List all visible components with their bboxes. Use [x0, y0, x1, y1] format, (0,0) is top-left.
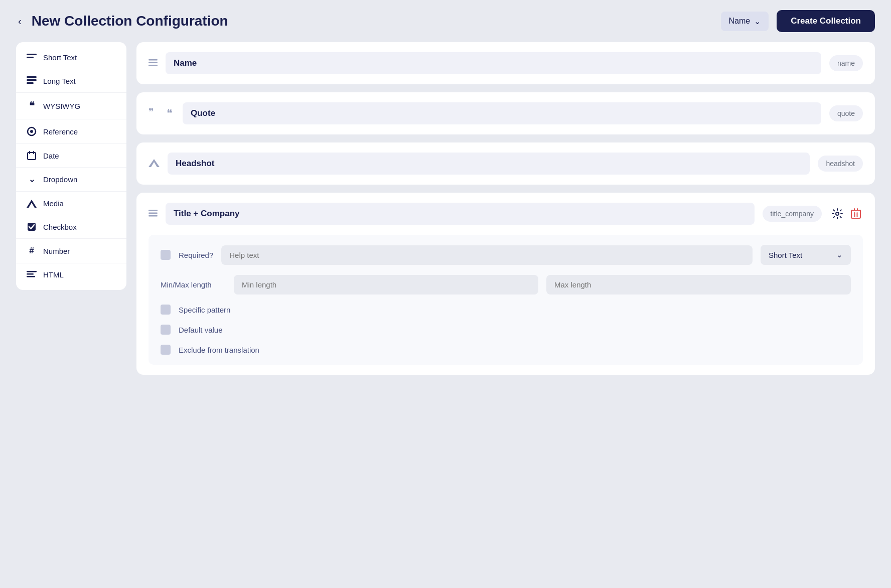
page-title: New Collection Configuration [32, 13, 713, 29]
svg-rect-4 [27, 82, 34, 84]
name-dropdown[interactable]: Name ⌄ [721, 12, 769, 31]
svg-rect-17 [148, 59, 158, 61]
header: ‹ New Collection Configuration Name ⌄ Cr… [0, 0, 891, 42]
type-chevron-icon: ⌄ [836, 250, 843, 259]
svg-rect-1 [27, 57, 34, 58]
quote-field-card: ❞ ❝ quote [136, 92, 875, 134]
svg-text:❞: ❞ [148, 108, 154, 116]
sidebar-item-reference[interactable]: Reference [16, 119, 126, 144]
sidebar-label-media: Media [43, 199, 64, 208]
sidebar-item-html[interactable]: HTML [16, 263, 126, 286]
headshot-field-key: headshot [818, 156, 863, 172]
exclude-translation-checkbox[interactable] [161, 345, 171, 355]
exclude-translation-row: Exclude from translation [161, 345, 851, 355]
name-dropdown-label: Name [729, 17, 751, 26]
main-layout: Short Text Long Text ❝ WYSIWYG [0, 42, 891, 391]
drag-handle-quote[interactable]: ❞ [148, 108, 159, 119]
name-field-input[interactable] [166, 52, 821, 74]
sidebar-item-short-text[interactable]: Short Text [16, 46, 126, 69]
sidebar: Short Text Long Text ❝ WYSIWYG [16, 42, 126, 290]
sidebar-label-long-text: Long Text [43, 77, 76, 85]
sidebar-label-short-text: Short Text [43, 53, 77, 62]
name-field-card: name [136, 42, 875, 84]
min-max-label: Min/Max length [161, 280, 226, 289]
title-company-actions [830, 206, 863, 221]
wysiwyg-icon: ❝ [26, 100, 37, 112]
delete-button[interactable] [849, 206, 863, 221]
svg-rect-23 [148, 210, 158, 211]
svg-rect-7 [28, 153, 36, 160]
sidebar-label-wysiwyg: WYSIWYG [43, 102, 80, 110]
drag-handle-headshot[interactable] [148, 158, 160, 170]
svg-rect-16 [27, 276, 35, 277]
svg-rect-19 [148, 65, 158, 66]
title-company-field-input[interactable] [166, 203, 755, 225]
checkbox-icon [26, 222, 37, 231]
title-company-field-row: title_company [148, 203, 863, 225]
sidebar-item-dropdown[interactable]: ⌄ Dropdown [16, 168, 126, 192]
default-value-label: Default value [179, 326, 223, 334]
svg-rect-14 [27, 271, 37, 272]
content-area: name ❞ ❝ quote [136, 42, 875, 375]
chevron-down-icon: ⌄ [754, 17, 761, 26]
quote-field-row: ❞ ❝ quote [148, 102, 863, 124]
help-text-input[interactable] [221, 245, 753, 265]
sidebar-label-checkbox: Checkbox [43, 223, 77, 231]
sidebar-item-wysiwyg[interactable]: ❝ WYSIWYG [16, 93, 126, 119]
default-value-checkbox[interactable] [161, 325, 171, 335]
svg-rect-2 [27, 76, 37, 78]
svg-rect-3 [27, 79, 37, 81]
specific-pattern-row: Specific pattern [161, 305, 851, 315]
required-checkbox[interactable] [161, 250, 171, 260]
sidebar-label-reference: Reference [43, 127, 78, 136]
required-row: Required? Short Text ⌄ [161, 245, 851, 265]
sidebar-item-checkbox[interactable]: Checkbox [16, 215, 126, 239]
svg-point-6 [30, 130, 33, 133]
exclude-translation-label: Exclude from translation [179, 346, 259, 354]
dropdown-icon: ⌄ [26, 175, 37, 184]
number-icon: # [26, 246, 37, 256]
sidebar-label-html: HTML [43, 270, 64, 279]
min-length-input[interactable] [234, 275, 538, 295]
specific-pattern-label: Specific pattern [179, 306, 230, 314]
headshot-field-row: headshot [148, 153, 863, 175]
short-text-icon [26, 54, 37, 62]
sidebar-label-dropdown: Dropdown [43, 175, 77, 184]
name-field-key: name [829, 55, 863, 71]
settings-button[interactable] [830, 206, 845, 221]
long-text-icon [26, 76, 37, 85]
quote-field-key: quote [829, 105, 863, 121]
drag-handle-title-company[interactable] [148, 209, 158, 219]
svg-rect-18 [148, 62, 158, 63]
expanded-options: Required? Short Text ⌄ Min/Max length [148, 235, 863, 365]
name-field-row: name [148, 52, 863, 74]
drag-handle-name[interactable] [148, 58, 158, 69]
date-icon [26, 151, 37, 160]
sidebar-item-long-text[interactable]: Long Text [16, 69, 126, 93]
sidebar-item-media[interactable]: Media [16, 192, 126, 215]
create-collection-button[interactable]: Create Collection [777, 10, 875, 32]
quote-field-input[interactable] [183, 102, 821, 124]
specific-pattern-checkbox[interactable] [161, 305, 171, 315]
type-dropdown[interactable]: Short Text ⌄ [761, 245, 851, 265]
title-company-field-card: title_company [136, 193, 875, 375]
svg-rect-0 [27, 54, 37, 55]
svg-rect-25 [148, 215, 158, 217]
svg-rect-27 [851, 210, 860, 218]
sidebar-item-date[interactable]: Date [16, 144, 126, 168]
min-max-row: Min/Max length [161, 275, 851, 295]
reference-icon [26, 126, 37, 136]
sidebar-label-number: Number [43, 247, 70, 255]
type-label: Short Text [769, 251, 802, 259]
max-length-input[interactable] [546, 275, 851, 295]
headshot-field-input[interactable] [168, 153, 810, 175]
headshot-field-card: headshot [136, 142, 875, 185]
title-company-field-key: title_company [763, 206, 822, 222]
svg-point-26 [836, 212, 839, 215]
default-value-row: Default value [161, 325, 851, 335]
html-icon [26, 271, 37, 279]
sidebar-item-number[interactable]: # Number [16, 239, 126, 263]
back-button[interactable]: ‹ [16, 14, 24, 29]
media-icon [26, 199, 37, 208]
sidebar-label-date: Date [43, 152, 59, 160]
